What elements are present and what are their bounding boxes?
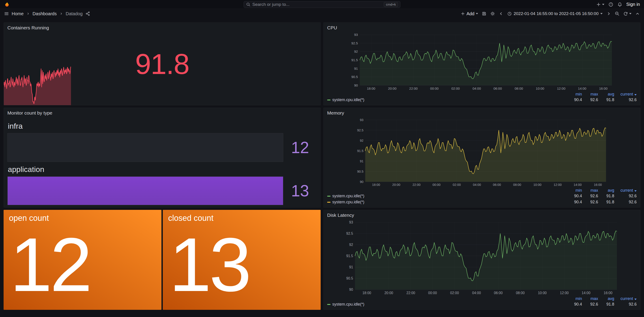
panel-title[interactable]: Memory <box>324 108 640 118</box>
svg-text:90.5: 90.5 <box>346 276 353 280</box>
svg-text:92: 92 <box>349 243 353 247</box>
breadcrumb-dashboards[interactable]: Dashboards <box>32 11 57 16</box>
grafana-logo[interactable] <box>4 2 10 8</box>
news-button[interactable] <box>617 2 622 7</box>
svg-text:18:00: 18:00 <box>362 291 371 295</box>
time-range-picker[interactable]: 2022-01-04 16:55:00 to 2022-01-05 16:50:… <box>507 11 602 16</box>
new-menu-button[interactable] <box>596 2 604 7</box>
disk-legend: minmaxavgcurrentsystem.cpu.idle(*)90.492… <box>324 295 640 309</box>
share-icon <box>85 11 90 16</box>
legend-sort-current[interactable]: current <box>614 296 636 301</box>
legend-sort-max[interactable]: max <box>582 296 598 301</box>
gear-icon <box>490 11 495 16</box>
legend-stat-value: 92.6 <box>582 200 598 204</box>
legend-sort-max[interactable]: max <box>582 92 598 97</box>
legend-sort-min[interactable]: min <box>566 188 582 193</box>
help-button[interactable]: ? <box>608 2 613 7</box>
legend-sort-current[interactable]: current <box>614 92 636 97</box>
legend-series-name[interactable]: system.cpu.idle(*) <box>327 98 566 102</box>
search-input[interactable] <box>252 2 382 7</box>
hamburger-icon <box>4 11 9 16</box>
legend-sort-min[interactable]: min <box>566 296 582 301</box>
panel-title[interactable]: open count <box>9 213 156 223</box>
refresh-button[interactable] <box>623 11 632 16</box>
sort-caret-icon <box>634 190 636 192</box>
svg-text:06:00: 06:00 <box>494 291 503 295</box>
legend-stat-value: 91.8 <box>598 200 614 204</box>
legend-stat-value: 92.6 <box>582 98 598 102</box>
svg-text:06:00: 06:00 <box>493 183 501 187</box>
legend-series-name[interactable]: system.cpu.idle(*) <box>327 200 566 204</box>
panel-title[interactable]: CPU <box>324 23 640 33</box>
cpu-time-series-chart[interactable]: 9090.59191.59292.59318:0020:0022:0000:00… <box>324 33 640 91</box>
caret-down-icon <box>476 13 478 14</box>
question-circle-icon: ? <box>608 2 613 7</box>
plus-icon <box>460 12 465 16</box>
legend-stat-value: 90.4 <box>566 200 582 204</box>
svg-text:92.5: 92.5 <box>351 41 358 45</box>
caret-down-icon <box>629 13 632 14</box>
legend-sort-min[interactable]: min <box>566 92 582 97</box>
svg-text:20:00: 20:00 <box>392 183 400 187</box>
search-box[interactable]: cmd+k <box>244 1 400 8</box>
time-shift-forward-button[interactable] <box>606 11 611 16</box>
add-panel-button[interactable]: Add <box>460 11 478 16</box>
share-dashboard-button[interactable] <box>85 11 90 16</box>
zoom-out-icon <box>615 11 620 16</box>
containers-area-chart[interactable] <box>4 58 71 105</box>
legend-sort-current[interactable]: current <box>614 188 636 193</box>
panel-containers-running: Containers Running 91.8 <box>4 23 321 105</box>
collapse-controls-button[interactable] <box>635 11 640 16</box>
breadcrumb-home[interactable]: Home <box>12 11 24 16</box>
svg-text:10:00: 10:00 <box>536 87 544 90</box>
svg-text:92.5: 92.5 <box>357 128 364 132</box>
dashboard-toolbar: Home Dashboards Datadog Add <box>0 9 644 18</box>
legend-stat-value: 90.4 <box>566 194 582 198</box>
save-dashboard-button[interactable] <box>482 11 486 16</box>
legend-sort-avg[interactable]: avg <box>598 188 614 193</box>
stat-panels-row: open count 12 closed count 13 <box>4 210 321 310</box>
svg-text:92.5: 92.5 <box>346 232 353 235</box>
legend-series-row: system.cpu.idle(*)90.492.691.892.6 <box>327 301 636 307</box>
panel-title[interactable]: Monitor count by type <box>4 108 320 118</box>
svg-text:91: 91 <box>360 159 364 163</box>
svg-text:22:00: 22:00 <box>409 87 418 90</box>
menu-toggle-button[interactable] <box>4 11 9 16</box>
legend-stat-value: 91.8 <box>598 194 614 198</box>
legend-stat-value: 90.4 <box>566 302 582 307</box>
svg-text:93: 93 <box>354 33 358 37</box>
legend-sort-avg[interactable]: avg <box>598 296 614 301</box>
panel-title[interactable]: Disk Latency <box>324 210 640 220</box>
legend-series-name[interactable]: system.cpu.idle(*) <box>327 194 566 198</box>
zoom-out-button[interactable] <box>615 11 620 16</box>
sign-in-button[interactable]: Sign in <box>626 2 640 7</box>
svg-text:14:00: 14:00 <box>582 291 590 295</box>
save-icon <box>482 11 486 16</box>
gauge-row-infra: 12 <box>8 133 317 162</box>
gauge-track <box>8 133 283 162</box>
legend-sort-max[interactable]: max <box>582 188 598 193</box>
sort-caret-icon <box>634 94 636 96</box>
top-bar: cmd+k ? Sign in <box>0 0 644 9</box>
svg-text:08:00: 08:00 <box>514 87 523 90</box>
panel-title[interactable]: Containers Running <box>4 23 320 33</box>
time-shift-back-button[interactable] <box>499 11 504 16</box>
memory-legend: minmaxavgcurrentsystem.cpu.idle(*)90.492… <box>324 187 640 207</box>
svg-text:08:00: 08:00 <box>516 291 525 295</box>
legend-series-row: system.cpu.idle(*)90.492.691.892.6 <box>327 199 636 205</box>
svg-text:12:00: 12:00 <box>560 291 568 295</box>
refresh-icon <box>623 11 628 16</box>
panel-disk-latency: Disk Latency 9090.59191.59292.59318:0020… <box>323 210 640 310</box>
breadcrumb-current-dashboard[interactable]: Datadog <box>66 11 83 16</box>
panel-title[interactable]: closed count <box>168 213 315 223</box>
disk-latency-time-series-chart[interactable]: 9090.59191.59292.59318:0020:0022:0000:00… <box>324 220 640 295</box>
clock-icon <box>507 12 512 16</box>
svg-text:90: 90 <box>360 180 364 184</box>
dashboard-settings-button[interactable] <box>490 11 495 16</box>
legend-series-name[interactable]: system.cpu.idle(*) <box>327 302 566 307</box>
memory-time-series-chart[interactable]: 9090.59191.59292.59318:0020:0022:0000:00… <box>324 118 640 187</box>
legend-sort-avg[interactable]: avg <box>598 92 614 97</box>
chevron-right-icon <box>59 12 63 16</box>
svg-text:04:00: 04:00 <box>473 183 481 187</box>
chevron-up-icon <box>635 11 640 16</box>
